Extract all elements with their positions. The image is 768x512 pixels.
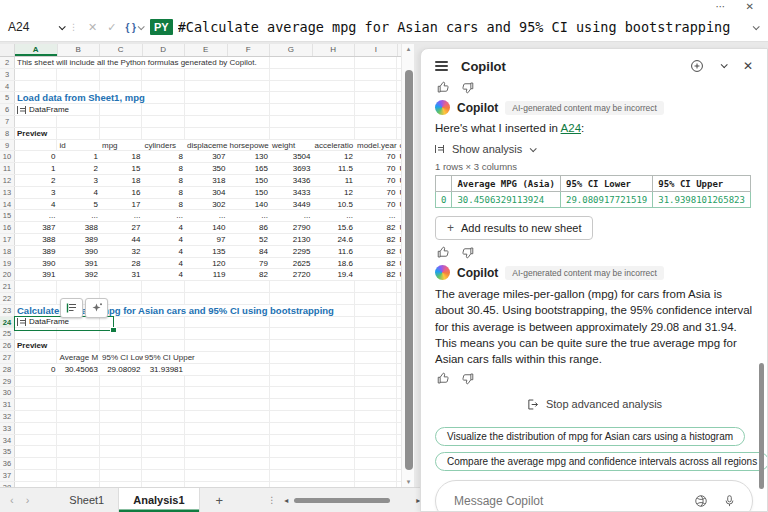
cancel-entry-icon[interactable]: ✕ bbox=[88, 21, 97, 34]
column-header-I[interactable]: I bbox=[355, 44, 398, 56]
insert-data-button[interactable] bbox=[60, 298, 83, 318]
cell[interactable]: 3 bbox=[15, 187, 58, 198]
cell[interactable] bbox=[185, 352, 228, 363]
row-cells[interactable] bbox=[15, 458, 401, 469]
cell[interactable]: 4 bbox=[143, 258, 186, 269]
next-sheet-icon[interactable]: › bbox=[26, 494, 30, 506]
cell[interactable]: 97 bbox=[185, 234, 228, 245]
suggested-prompt-pill[interactable]: Compare the average mpg and confidence i… bbox=[435, 452, 768, 471]
cell[interactable]: 8 bbox=[143, 163, 186, 174]
column-header-D[interactable]: D bbox=[143, 44, 186, 56]
row-header-32[interactable]: 32 bbox=[0, 411, 15, 422]
cell[interactable]: 82 bbox=[355, 246, 398, 257]
cell[interactable] bbox=[313, 364, 356, 375]
cell[interactable]: 388 bbox=[58, 222, 101, 233]
row-header-4[interactable]: 4 bbox=[0, 81, 15, 92]
column-header-E[interactable]: E bbox=[185, 44, 228, 56]
cell[interactable]: 140 bbox=[185, 222, 228, 233]
row-cells[interactable]: 3416830415034331270US bbox=[15, 187, 401, 198]
cell[interactable]: 16 bbox=[100, 187, 143, 198]
row-header-8[interactable]: 8 bbox=[0, 128, 15, 139]
row-header-13[interactable]: 13 bbox=[0, 187, 15, 198]
cell[interactable]: cylinders bbox=[143, 140, 186, 151]
cell[interactable]: 18 bbox=[100, 175, 143, 186]
cell[interactable]: 3504 bbox=[270, 151, 313, 162]
row-header-30[interactable]: 30 bbox=[0, 387, 15, 398]
row-header-24[interactable]: 24 bbox=[0, 317, 15, 328]
cell[interactable]: 4 bbox=[143, 234, 186, 245]
cell[interactable]: 3693 bbox=[270, 163, 313, 174]
row-cells[interactable]: 0118830713035041270US bbox=[15, 151, 401, 162]
cell[interactable]: 2625 bbox=[270, 258, 313, 269]
row-header-26[interactable]: 26 bbox=[0, 340, 15, 351]
cell[interactable]: 52 bbox=[228, 234, 271, 245]
row-cells[interactable] bbox=[15, 387, 401, 398]
row-header-10[interactable]: 10 bbox=[0, 151, 15, 162]
row-header-6[interactable]: 6 bbox=[0, 104, 15, 115]
cell[interactable]: 44 bbox=[100, 234, 143, 245]
row-header-14[interactable]: 14 bbox=[0, 199, 15, 210]
thumbs-down-icon[interactable] bbox=[461, 372, 474, 385]
row-header-18[interactable]: 18 bbox=[0, 246, 15, 257]
row-cells[interactable] bbox=[15, 411, 401, 422]
cell[interactable]: 70 bbox=[355, 151, 398, 162]
row-header-2[interactable]: 2 bbox=[0, 57, 15, 68]
cell[interactable]: 4 bbox=[58, 187, 101, 198]
cell[interactable]: 11.5 bbox=[313, 163, 356, 174]
cell[interactable]: 15 bbox=[100, 163, 143, 174]
cell[interactable] bbox=[185, 364, 228, 375]
row-cells[interactable] bbox=[15, 435, 401, 446]
python-insert-icon[interactable]: { } bbox=[125, 22, 143, 33]
cell[interactable]: 2295 bbox=[270, 246, 313, 257]
copilot-actions-button[interactable] bbox=[85, 298, 108, 318]
row-cells[interactable]: 39139231411982272019.482US bbox=[15, 269, 401, 280]
row-cells[interactable]: 12158350165369311.570US bbox=[15, 163, 401, 174]
cell[interactable]: 95% CI Upper bbox=[143, 352, 186, 363]
row-cells[interactable] bbox=[15, 81, 401, 92]
cell[interactable]: 390 bbox=[58, 246, 101, 257]
cell[interactable]: 12 bbox=[313, 151, 356, 162]
thumbs-up-icon[interactable] bbox=[437, 81, 450, 94]
row-header-12[interactable]: 12 bbox=[0, 175, 15, 186]
tab-scroll-divider-icon[interactable]: ⋮ bbox=[267, 495, 276, 505]
cell[interactable]: 82 bbox=[355, 258, 398, 269]
cell[interactable]: model.year bbox=[355, 140, 398, 151]
column-header-A[interactable]: A bbox=[15, 44, 58, 56]
row-header-35[interactable]: 35 bbox=[0, 446, 15, 457]
cell[interactable]: 389 bbox=[58, 234, 101, 245]
add-results-button[interactable]: + Add results to new sheet bbox=[435, 216, 593, 240]
close-pane-icon[interactable]: ✕ bbox=[743, 59, 753, 73]
cell[interactable]: 387 bbox=[15, 222, 58, 233]
cell[interactable]: ... bbox=[228, 210, 271, 221]
cell[interactable] bbox=[313, 352, 356, 363]
column-header-G[interactable]: G bbox=[270, 44, 313, 56]
collapse-pane-icon[interactable] bbox=[721, 61, 728, 68]
prev-sheet-icon[interactable]: ‹ bbox=[10, 494, 14, 506]
cell[interactable]: 5 bbox=[58, 199, 101, 210]
cell[interactable]: 28 bbox=[100, 258, 143, 269]
column-header-C[interactable]: C bbox=[100, 44, 143, 56]
cell[interactable]: ... bbox=[58, 210, 101, 221]
row-cells[interactable]: 38939032413584229511.682US bbox=[15, 246, 401, 257]
cell[interactable]: 4 bbox=[143, 269, 186, 280]
confirm-entry-icon[interactable]: ✓ bbox=[107, 21, 116, 34]
cell[interactable]: weight bbox=[270, 140, 313, 151]
cell[interactable]: 8 bbox=[143, 199, 186, 210]
column-header-H[interactable]: H bbox=[313, 44, 356, 56]
thumbs-down-icon[interactable] bbox=[461, 246, 474, 259]
cell[interactable]: 10.5 bbox=[313, 199, 356, 210]
cell[interactable]: 31.93981 bbox=[143, 364, 186, 375]
cell[interactable]: 3449 bbox=[270, 199, 313, 210]
cell[interactable]: 19.4 bbox=[313, 269, 356, 280]
cell[interactable]: 70 bbox=[355, 163, 398, 174]
cell[interactable] bbox=[15, 352, 58, 363]
row-cells[interactable]: 45178302140344910.570US bbox=[15, 199, 401, 210]
cell[interactable] bbox=[15, 140, 58, 151]
cell[interactable]: 70 bbox=[355, 199, 398, 210]
row-header-19[interactable]: 19 bbox=[0, 258, 15, 269]
cell[interactable]: 82 bbox=[228, 269, 271, 280]
cell[interactable]: 1 bbox=[15, 163, 58, 174]
cell[interactable]: displaceme bbox=[185, 140, 228, 151]
cell[interactable]: 391 bbox=[15, 269, 58, 280]
more-options-icon[interactable]: ⋯ bbox=[716, 0, 726, 13]
